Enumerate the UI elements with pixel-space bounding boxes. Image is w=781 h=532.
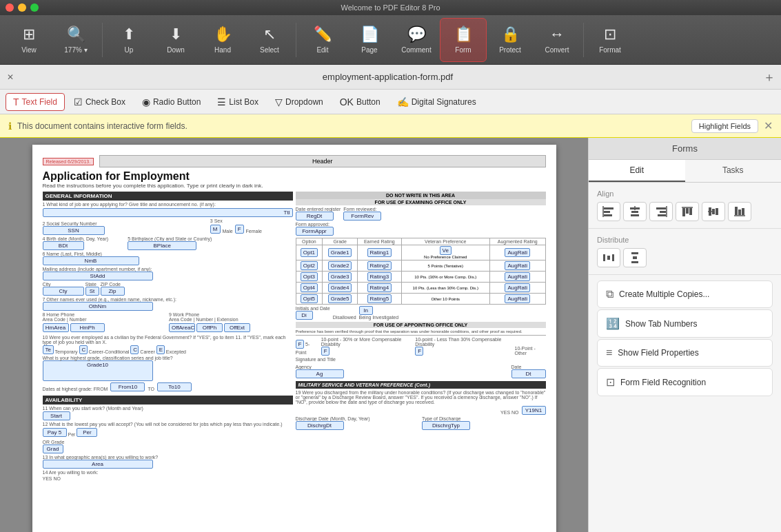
5pt-field[interactable]: F: [296, 340, 304, 349]
button-tool[interactable]: OK Button: [332, 93, 388, 111]
rating1-field[interactable]: Rating1: [367, 248, 392, 257]
offAreaC-field[interactable]: OffAreaC: [169, 323, 195, 332]
rating3-field[interactable]: Rating3: [367, 272, 392, 281]
augRati4-field[interactable]: AugRati: [505, 283, 529, 292]
tab-close-button[interactable]: ✕: [6, 71, 15, 83]
formAppr-field[interactable]: FormAppr: [296, 227, 334, 236]
align-right-button[interactable]: [649, 202, 673, 221]
f-30-field[interactable]: F: [321, 347, 329, 356]
grade1-field[interactable]: Grade1: [328, 248, 352, 257]
grade2-field[interactable]: Grade2: [328, 261, 352, 270]
toolbar-select[interactable]: ↖ Select: [246, 18, 293, 62]
toolbar-up[interactable]: ⬆ Up: [105, 18, 152, 62]
dt-field[interactable]: Dt: [511, 369, 546, 378]
pay5-field[interactable]: Pay 5: [43, 428, 67, 437]
offPh-field[interactable]: OffPh: [196, 323, 223, 332]
area-field[interactable]: Area: [43, 460, 153, 469]
augRati5-field[interactable]: AugRati: [505, 294, 529, 303]
grade10-field[interactable]: Grade10: [43, 360, 153, 381]
regDt-field[interactable]: RegDt: [296, 212, 334, 221]
opt1-field[interactable]: Opt1: [301, 248, 318, 257]
ag-field[interactable]: Ag: [296, 369, 344, 378]
augRati1-field[interactable]: AugRati: [505, 248, 529, 257]
sex-m-field[interactable]: M: [210, 225, 221, 234]
cty-field[interactable]: Cty: [43, 287, 84, 296]
align-bottom-button[interactable]: [728, 202, 751, 221]
align-center-h-button[interactable]: [623, 202, 647, 221]
distribute-v-button[interactable]: [623, 248, 647, 267]
offExt-field[interactable]: OffExt: [224, 323, 250, 332]
text-field-tool[interactable]: T Text Field: [6, 93, 65, 111]
grade5-field[interactable]: Grade5: [328, 294, 352, 303]
info-bar-close-button[interactable]: ✕: [764, 119, 773, 132]
toolbar-comment[interactable]: 💬 Comment: [393, 18, 440, 62]
hmArea-field[interactable]: HmArea: [43, 323, 69, 332]
f-less30-field[interactable]: F: [415, 347, 423, 356]
tab-filename[interactable]: employment-application-form.pdf: [18, 72, 758, 82]
opt5-field[interactable]: Opt5: [301, 294, 318, 303]
create-copies-button[interactable]: ⧉ Create Multiple Copies...: [597, 280, 773, 308]
align-top-button[interactable]: [676, 202, 699, 221]
close-window-button[interactable]: [6, 3, 14, 12]
opt4-field[interactable]: Opt4: [301, 283, 318, 292]
dischrgDt-field[interactable]: DischrgDt: [296, 421, 344, 430]
minimize-window-button[interactable]: [18, 3, 26, 12]
pdf-viewer[interactable]: Released 6/29/2013. Header Application f…: [0, 138, 588, 532]
toolbar-form[interactable]: 📋 Form: [440, 18, 487, 62]
formRev-field[interactable]: FormRev: [343, 212, 381, 221]
from10-field[interactable]: From10: [110, 382, 145, 391]
y19n1-field[interactable]: Y19N1: [522, 406, 546, 415]
align-left-button[interactable]: [597, 202, 620, 221]
toolbar-convert[interactable]: ↔ Convert: [534, 18, 580, 62]
dropdown-tool[interactable]: ▽ Dropdown: [267, 93, 331, 111]
career-e-field[interactable]: E: [156, 345, 165, 354]
nmb-field[interactable]: NmB: [43, 256, 139, 265]
dischrgTyp-field[interactable]: DischrgTyp: [422, 421, 470, 430]
highlight-fields-button[interactable]: Highlight Fields: [691, 119, 758, 133]
ttl-field[interactable]: Ttl: [43, 208, 293, 217]
header-field[interactable]: Header: [310, 157, 336, 165]
distribute-h-button[interactable]: [597, 248, 620, 267]
augRati2-field[interactable]: AugRati: [505, 261, 529, 270]
tab-edit[interactable]: Edit: [589, 160, 685, 182]
maximize-window-button[interactable]: [30, 3, 39, 12]
grade4-field[interactable]: Grade4: [328, 283, 352, 292]
bplace-field[interactable]: BPlace: [128, 241, 196, 250]
rating2-field[interactable]: Rating2: [367, 261, 392, 270]
per-field[interactable]: Per: [77, 428, 97, 437]
stadd-field[interactable]: StAdd: [43, 272, 153, 280]
career-field[interactable]: C: [130, 345, 139, 354]
ve-field[interactable]: Ve: [440, 246, 452, 255]
check-box-tool[interactable]: ☑ Check Box: [66, 93, 133, 111]
ssn-field[interactable]: SSN: [43, 226, 105, 235]
career-cond-field[interactable]: C: [79, 345, 88, 354]
toolbar-page[interactable]: 📄 Page: [346, 18, 393, 62]
grade-grad-field[interactable]: Grad: [43, 444, 63, 453]
toolbar-hand[interactable]: ✋ Hand: [199, 18, 246, 62]
show-field-properties-button[interactable]: ≡ Show Field Properties: [597, 339, 773, 367]
di-field[interactable]: Di: [296, 311, 313, 320]
rating4-field[interactable]: Rating4: [367, 283, 392, 292]
toolbar-down[interactable]: ⬇ Down: [152, 18, 199, 62]
show-tab-numbers-button[interactable]: 🔢 Show Tab Numbers: [597, 309, 773, 338]
form-field-recognition-button[interactable]: ⊡ Form Field Recognition: [597, 368, 773, 396]
rating5-field[interactable]: Rating5: [367, 294, 392, 303]
opt2-field[interactable]: Opt2: [301, 261, 318, 270]
hmPh-field[interactable]: HmPh: [70, 323, 105, 332]
digital-signatures-tool[interactable]: ✍ Digital Signatures: [389, 93, 484, 111]
bdt-field[interactable]: BDt: [43, 241, 84, 250]
othNm-field[interactable]: OthNm: [43, 302, 153, 311]
st-field[interactable]: St: [85, 287, 99, 296]
toolbar-format[interactable]: ⊡ Format: [587, 18, 633, 62]
augRati3-field[interactable]: AugRati: [505, 272, 529, 281]
grade3-field[interactable]: Grade3: [328, 272, 352, 281]
toolbar-protect[interactable]: 🔒 Protect: [487, 18, 534, 62]
tab-tasks[interactable]: Tasks: [685, 160, 782, 182]
in-field[interactable]: In: [359, 306, 373, 315]
zip-field[interactable]: Zip: [101, 287, 125, 296]
opt3-field[interactable]: Opt3: [301, 272, 318, 281]
toolbar-view[interactable]: ⊞ View: [6, 18, 52, 62]
radio-button-tool[interactable]: ◉ Radio Button: [134, 93, 208, 111]
toolbar-zoom[interactable]: 🔍 177% ▾: [52, 18, 99, 62]
tab-add-button[interactable]: ＋: [763, 69, 775, 85]
